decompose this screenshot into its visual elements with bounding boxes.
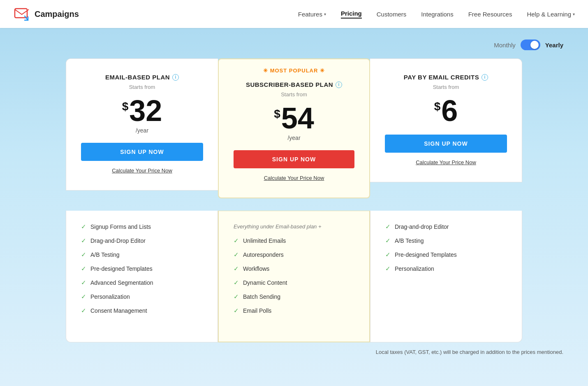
info-icon-credits[interactable]: i [482, 74, 488, 81]
period-subscriber: /year [234, 135, 354, 141]
nav-item-free-resources[interactable]: Free Resources [468, 11, 512, 18]
features-caret-icon: ▾ [324, 12, 326, 16]
feature-autoresponders: ✓ Autoresponders [234, 251, 354, 258]
feature-email-polls: ✓ Email Polls [234, 307, 354, 314]
nav-links: Features ▾ Pricing Customers Integration… [298, 10, 575, 19]
feature-unlimited-emails: ✓ Unlimited Emails [234, 237, 354, 244]
info-icon-subscriber[interactable]: i [336, 81, 342, 88]
feature-templates: ✓ Pre-designed Templates [81, 265, 203, 272]
check-icon: ✓ [81, 279, 86, 286]
amount-email: 32 [129, 96, 162, 126]
nav-item-integrations[interactable]: Integrations [421, 11, 453, 18]
calc-link-subscriber[interactable]: Calculate Your Price Now [234, 175, 354, 181]
signup-button-credits[interactable]: SIGN UP NOW [385, 135, 507, 153]
features-subtitle-subscriber: Everything under Email-based plan + [234, 223, 354, 230]
plan-card-email-based: EMAIL-BASED PLAN i Starts from $ 32 /yea… [66, 58, 218, 191]
footer-note: Local taxes (VAT, GST, etc.) will be cha… [0, 342, 588, 362]
price-display-credits: $ 6 [385, 96, 507, 126]
billing-toggle: Monthly Yearly [0, 28, 588, 54]
amount-credits: 6 [441, 96, 458, 126]
features-row: ✓ Signup Forms and Lists ✓ Drag-and-Drop… [0, 211, 588, 342]
check-icon: ✓ [81, 265, 86, 272]
feature-workflows: ✓ Workflows [234, 265, 354, 272]
starts-from-subscriber: Starts from [234, 91, 354, 98]
nav-link-customers[interactable]: Customers [377, 11, 407, 18]
check-icon: ✓ [234, 307, 239, 314]
check-icon: ✓ [81, 251, 86, 258]
info-icon-email[interactable]: i [172, 74, 179, 81]
features-col-email: ✓ Signup Forms and Lists ✓ Drag-and-Drop… [66, 211, 218, 342]
check-icon: ✓ [385, 223, 391, 230]
calc-link-credits[interactable]: Calculate Your Price Now [385, 159, 507, 165]
feature-ab-testing: ✓ A/B Testing [81, 251, 203, 258]
nav-item-help[interactable]: Help & Learning ▾ [527, 11, 575, 18]
billing-toggle-switch[interactable] [521, 40, 540, 50]
nav-link-integrations[interactable]: Integrations [421, 11, 453, 18]
yearly-label: Yearly [545, 42, 563, 49]
feature-dynamic-content: ✓ Dynamic Content [234, 279, 354, 286]
nav-link-help[interactable]: Help & Learning ▾ [527, 11, 575, 18]
nav-link-features[interactable]: Features ▾ [298, 11, 326, 18]
check-icon: ✓ [234, 279, 239, 286]
toggle-knob [530, 41, 539, 49]
nav-link-pricing[interactable]: Pricing [341, 10, 362, 19]
signup-button-email[interactable]: SIGN UP NOW [81, 143, 203, 161]
currency-credits: $ [434, 100, 441, 113]
feature-batch-sending: ✓ Batch Sending [234, 293, 354, 300]
features-col-subscriber: Everything under Email-based plan + ✓ Un… [218, 211, 370, 342]
feature-credits-ab: ✓ A/B Testing [385, 237, 507, 244]
pricing-section: EMAIL-BASED PLAN i Starts from $ 32 /yea… [0, 54, 588, 211]
nav-item-features[interactable]: Features ▾ [298, 11, 326, 18]
check-icon: ✓ [234, 237, 239, 244]
feature-consent: ✓ Consent Management [81, 307, 203, 314]
feature-credits-drag-drop: ✓ Drag-and-drop Editor [385, 223, 507, 230]
starts-from-credits: Starts from [385, 84, 507, 90]
navbar: Campaigns Features ▾ Pricing Customers I… [0, 0, 588, 28]
check-icon: ✓ [385, 251, 391, 258]
feature-signup-forms: ✓ Signup Forms and Lists [81, 223, 203, 230]
currency-subscriber: $ [274, 107, 280, 121]
feature-drag-drop-editor: ✓ Drag-and-Drop Editor [81, 237, 203, 244]
nav-item-pricing[interactable]: Pricing [341, 10, 362, 19]
plan-card-subscriber: ✳ MOST POPULAR ✳ SUBSCRIBER-BASED PLAN i… [218, 58, 370, 198]
check-icon: ✓ [385, 237, 391, 244]
amount-subscriber: 54 [281, 103, 314, 133]
starts-from-email: Starts from [81, 84, 203, 90]
check-icon: ✓ [234, 293, 239, 300]
price-display-subscriber: $ 54 [234, 103, 354, 133]
plan-name-credits: PAY BY EMAIL CREDITS i [385, 74, 507, 81]
app-name: Campaigns [35, 9, 79, 19]
feature-credits-personalization: ✓ Personalization [385, 265, 507, 272]
currency-email: $ [122, 100, 129, 113]
feature-credits-templates: ✓ Pre-designed Templates [385, 251, 507, 258]
nav-link-free-resources[interactable]: Free Resources [468, 11, 512, 18]
check-icon: ✓ [234, 251, 239, 258]
check-icon: ✓ [81, 223, 86, 230]
signup-button-subscriber[interactable]: SIGN UP NOW [234, 150, 354, 168]
plan-card-credits: PAY BY EMAIL CREDITS i Starts from $ 6 S… [370, 58, 522, 182]
check-icon: ✓ [81, 293, 86, 300]
feature-segmentation: ✓ Advanced Segmentation [81, 279, 203, 286]
monthly-label: Monthly [494, 42, 516, 49]
check-icon: ✓ [234, 265, 239, 272]
check-icon: ✓ [385, 265, 391, 272]
most-popular-badge: ✳ MOST POPULAR ✳ [234, 67, 354, 74]
calc-link-email[interactable]: Calculate Your Price Now [81, 167, 203, 174]
plan-name-email: EMAIL-BASED PLAN i [81, 74, 203, 81]
check-icon: ✓ [81, 307, 86, 314]
nav-item-customers[interactable]: Customers [377, 11, 407, 18]
price-display-email: $ 32 [81, 96, 203, 126]
period-email: /year [81, 127, 203, 134]
plan-name-subscriber: SUBSCRIBER-BASED PLAN i [234, 81, 354, 88]
logo-icon [13, 5, 30, 23]
logo-area: Campaigns [13, 5, 298, 23]
check-icon: ✓ [81, 237, 86, 244]
feature-personalization: ✓ Personalization [81, 293, 203, 300]
features-col-credits: ✓ Drag-and-drop Editor ✓ A/B Testing ✓ P… [370, 211, 522, 342]
help-caret-icon: ▾ [573, 12, 575, 16]
